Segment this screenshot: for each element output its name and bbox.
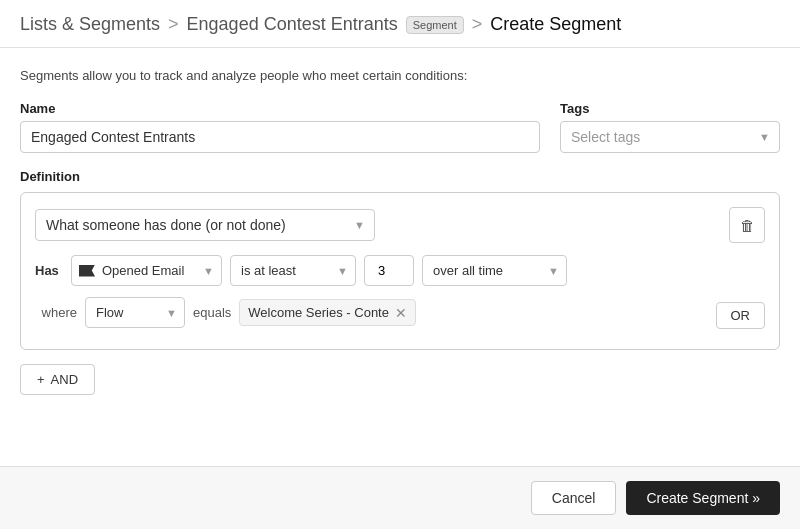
delete-condition-button[interactable]: 🗑 (729, 207, 765, 243)
operator-wrapper[interactable]: is at least is at most equals does not e… (230, 255, 356, 286)
event-select[interactable]: Opened Email Clicked Email Received Emai… (71, 255, 222, 286)
main-content: Segments allow you to track and analyze … (0, 48, 800, 395)
breadcrumb-sep2: > (472, 14, 483, 35)
condition-top-row: What someone has done (or not done) Prop… (35, 207, 765, 243)
breadcrumb-lists[interactable]: Lists & Segments (20, 14, 160, 35)
segment-badge: Segment (406, 16, 464, 34)
tags-group: Tags Select tags ▼ (560, 101, 780, 153)
equals-label: equals (193, 305, 231, 320)
and-button[interactable]: + AND (20, 364, 95, 395)
page-description: Segments allow you to track and analyze … (20, 68, 780, 83)
time-range-wrapper[interactable]: over all time in the last 30 days in the… (422, 255, 567, 286)
operator-select[interactable]: is at least is at most equals does not e… (230, 255, 356, 286)
plus-icon: + (37, 372, 45, 387)
flow-select[interactable]: Flow Message Subject (85, 297, 185, 328)
breadcrumb: Lists & Segments > Engaged Contest Entra… (0, 0, 800, 48)
remove-filter-icon[interactable]: ✕ (395, 306, 407, 320)
tags-label: Tags (560, 101, 780, 116)
filter-value-text: Welcome Series - Conte (248, 305, 389, 320)
time-range-select[interactable]: over all time in the last 30 days in the… (422, 255, 567, 286)
tags-select[interactable]: Select tags (560, 121, 780, 153)
create-segment-button[interactable]: Create Segment » (626, 481, 780, 515)
cancel-button[interactable]: Cancel (531, 481, 617, 515)
filter-value-chip: Welcome Series - Conte ✕ (239, 299, 416, 326)
name-input[interactable] (20, 121, 540, 153)
tags-select-wrapper[interactable]: Select tags ▼ (560, 121, 780, 153)
name-group: Name (20, 101, 540, 153)
count-input[interactable] (364, 255, 414, 286)
where-row: where Flow Message Subject ▼ equals Welc… (35, 296, 765, 329)
trash-icon: 🗑 (740, 217, 755, 234)
footer: Cancel Create Segment » (0, 466, 800, 529)
has-label: Has (35, 263, 63, 278)
breadcrumb-sep1: > (168, 14, 179, 35)
condition-type-select[interactable]: What someone has done (or not done) Prop… (35, 209, 375, 241)
where-label: where (35, 305, 77, 320)
flow-select-wrapper[interactable]: Flow Message Subject ▼ (85, 297, 185, 328)
breadcrumb-segment-name[interactable]: Engaged Contest Entrants (187, 14, 398, 35)
or-button[interactable]: OR (716, 302, 766, 329)
event-dropdown-wrapper[interactable]: Opened Email Clicked Email Received Emai… (71, 255, 222, 286)
name-label: Name (20, 101, 540, 116)
breadcrumb-create: Create Segment (490, 14, 621, 35)
definition-box: What someone has done (or not done) Prop… (20, 192, 780, 350)
form-row: Name Tags Select tags ▼ (20, 101, 780, 153)
definition-label: Definition (20, 169, 780, 184)
condition-type-wrapper[interactable]: What someone has done (or not done) Prop… (35, 209, 375, 241)
and-label: AND (51, 372, 78, 387)
has-row: Has Opened Email Clicked Email Received … (35, 255, 765, 286)
